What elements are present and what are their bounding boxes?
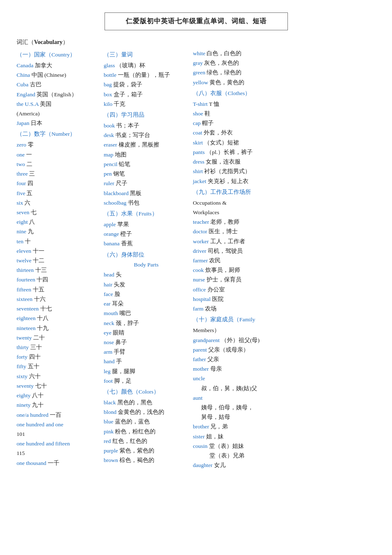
entry-teacher: teacher 老师，教师 [193,217,288,227]
entry-pants: pants （pl.）长裤，裤子 [193,147,288,157]
entry-brother: brother 兄，弟 [193,422,288,431]
entry-six: six 六 [17,198,100,208]
entry-red: red 红色，红色的 [104,436,189,446]
entry-mother: mother 母亲 [193,364,288,374]
entry-sister: sister 姐，妹 [193,432,288,441]
entry-black: black 黑色的，黑色 [104,398,189,407]
entry-pen: pen 钢笔 [104,169,189,178]
entry-aunt: aunt [193,393,288,403]
entry-canada: Canada 加拿大 [17,61,100,70]
entry-seventy: seventy 七十 [17,381,100,391]
vocab-section-header: 词汇（Vocabulary） [17,39,375,46]
entry-white: white 白色，白色的 [193,49,288,58]
entry-japan: Japan 日本 [17,118,100,128]
main-content: （一）国家（Country） Canada 加拿大 China 中国 (Chin… [17,49,375,470]
entry-fifteen: fifteen 十五 [17,285,100,294]
entry-one: one 一 [17,150,100,159]
entry-blue: blue 蓝色的，蓝色 [104,417,189,426]
family-subtitle2: Members） [193,325,288,335]
entry-nineteen: nineteen 十九 [17,323,100,333]
uncle-zh: 叔，伯，舅，姨(姑)父 [193,384,288,393]
entry-usa: the U.S.A 美国 [17,99,100,109]
entry-office: office 办公室 [193,285,288,294]
vocab-header-text: 词汇（ [17,39,34,45]
aunt-zh2: 舅母，姑母 [193,412,288,422]
entry-neck: neck 颈，脖子 [104,318,189,328]
entry-schoolbag: schoolbag 书包 [104,198,189,208]
subsection-school-title: （四）学习用品 [104,110,189,120]
entry-shirt: shirt 衬衫（尤指男式） [193,166,288,176]
subsection-measure-title: （三）量词 [104,50,189,60]
vocab-en-text: Vocabulary [34,39,63,45]
entry-ten: ten 十 [17,237,100,246]
entry-face: face 脸 [104,289,189,299]
subsection-occupation-title: （九）工作及工作场所 [193,188,288,197]
entry-gray: gray 灰色，灰色的 [193,58,288,68]
entry-115: one hundred and fifteen [17,439,100,448]
entry-nine: nine 九 [17,227,100,236]
entry-cuba: Cuba 古巴 [17,80,100,89]
entry-england: England 英国（English） [17,90,100,99]
subsection-fruit-title: （五）水果（Fruits） [104,209,189,219]
entry-parent: parent 父亲（或母亲） [193,345,288,355]
entry-dress: dress 女服，连衣服 [193,157,288,166]
entry-mouth: mouth 嘴巴 [104,308,189,318]
aunt-zh1: 姨母，伯母，姨母， [193,403,288,412]
entry-america: (America) [17,109,100,118]
entry-driver: driver 司机，驾驶员 [193,246,288,256]
entry-banana: banana 香蕉 [104,239,189,248]
entry-cook: cook 炊事员，厨师 [193,265,288,275]
entry-pencil: pencil 铅笔 [104,159,189,169]
entry-five: five 五 [17,188,100,198]
entry-thirteen: thirteen 十三 [17,265,100,275]
entry-grandparent: grandparent （外）祖父(母) [193,335,288,345]
entry-eraser: eraser 橡皮擦，黑板擦 [104,140,189,149]
entry-sixteen: sixteen 十六 [17,294,100,304]
entry-fourteen: fourteen 十四 [17,275,100,284]
subsection-country-title: （一）国家（Country） [17,50,100,60]
entry-skirt: skirt （女式）短裙 [193,138,288,147]
entry-nose: nose 鼻子 [104,337,189,347]
page-title: 仁爱版初中英语七年级重点单词、词组、短语 [126,17,267,24]
entry-orange: orange 橙子 [104,229,189,239]
entry-book: book 书；本子 [104,121,189,130]
entry-eight: eight 八 [17,217,100,227]
entry-onehundred: one/a hundred 一百 [17,410,100,420]
entry-blackboard: blackboard 黑板 [104,188,189,198]
occ-subtitle-en1: Occupations & [193,198,288,208]
entry-shoe: shoe 鞋 [193,109,288,118]
entry-father: father 父亲 [193,355,288,364]
subsection-body-title: （六）身体部位 [104,250,189,260]
entry-leg: leg 腿，腿脚 [104,367,189,376]
entry-uncle: uncle [193,374,288,383]
entry-hair: hair 头发 [104,280,189,289]
entry-pink: pink 粉色，粉红色的 [104,427,189,436]
entry-arm: arm 手臂 [104,347,189,357]
entry-nurse: nurse 护士，保育员 [193,275,288,284]
entry-bag: bag 提袋，袋子 [104,80,189,89]
occ-subtitle-en2: Workplaces [193,208,288,217]
entry-cap: cap 帽子 [193,118,288,128]
entry-zero: zero 零 [17,140,100,149]
entry-apple: apple 苹果 [104,220,189,229]
entry-worker: worker 工人，工作者 [193,237,288,246]
entry-hospital: hospital 医院 [193,294,288,304]
entry-cousin: cousin 堂（表）姐妹 [193,441,288,451]
body-parts-en-title: Body Parts [104,260,189,270]
entry-hand: hand 手 [104,357,189,366]
entry-101: one hundred and one [17,420,100,429]
entry-daughter: daughter 女儿 [193,460,288,470]
entry-farmer: farmer 农民 [193,256,288,265]
entry-115-num: 115 [17,448,100,458]
entry-seventeen: seventeen 十七 [17,304,100,313]
entry-ruler: ruler 尺子 [104,178,189,188]
entry-twenty: twenty 二十 [17,333,100,342]
column-1: （一）国家（Country） Canada 加拿大 China 中国 (Chin… [17,49,104,470]
subsection-number-title: （二）数字（Number） [17,130,100,139]
title-box: 仁爱版初中英语七年级重点单词、词组、短语 [105,12,288,30]
entry-seven: seven 七 [17,208,100,217]
subsection-clothes-title: （八）衣服（Clothes） [193,89,288,98]
entry-eye: eye 眼睛 [104,328,189,337]
entry-jacket: jacket 夹克衫，短上衣 [193,176,288,186]
entry-two: two 二 [17,159,100,169]
